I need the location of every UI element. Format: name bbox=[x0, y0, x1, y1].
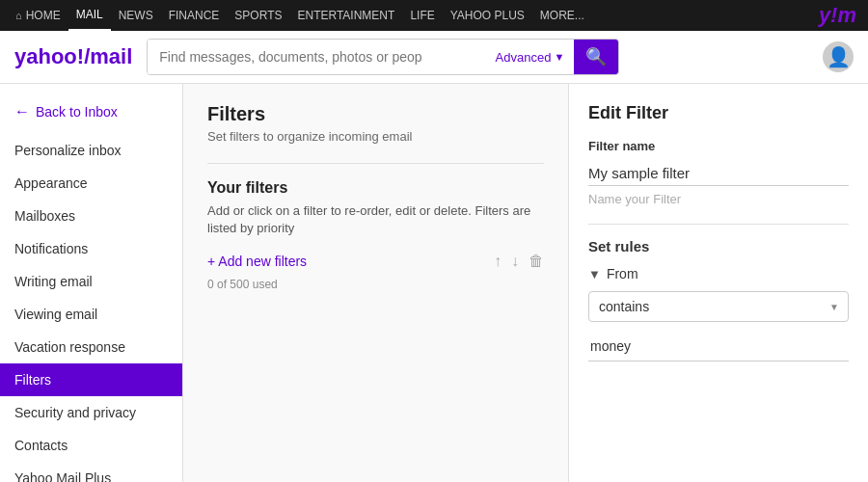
nav-home[interactable]: ⌂ HOME bbox=[8, 0, 68, 31]
filter-name-placeholder-text: Name your Filter bbox=[588, 192, 849, 206]
filter-name-label: Filter name bbox=[588, 139, 849, 153]
nav-life[interactable]: LIFE bbox=[402, 0, 442, 31]
from-rule-label: From bbox=[607, 266, 638, 281]
nav-more[interactable]: MORE... bbox=[532, 0, 592, 31]
back-to-inbox[interactable]: ← Back to Inbox bbox=[0, 95, 182, 134]
search-container: Advanced ▼ 🔍 bbox=[147, 39, 619, 75]
sidebar-item-filters[interactable]: Filters bbox=[0, 363, 182, 396]
page-title: Filters bbox=[207, 103, 544, 125]
home-icon: ⌂ bbox=[15, 10, 22, 21]
back-arrow-icon: ← bbox=[14, 103, 30, 120]
sidebar-item-plus[interactable]: Yahoo Mail Plus bbox=[0, 462, 182, 482]
move-up-icon[interactable]: ↑ bbox=[494, 253, 502, 270]
contains-select[interactable]: contains does not contain is is not bbox=[588, 291, 849, 322]
sidebar-item-appearance[interactable]: Appearance bbox=[0, 167, 182, 200]
search-icon: 🔍 bbox=[585, 46, 607, 67]
divider-rules bbox=[588, 224, 849, 225]
advanced-toggle[interactable]: Advanced ▼ bbox=[486, 50, 575, 65]
advanced-label: Advanced bbox=[496, 50, 552, 65]
delete-icon[interactable]: 🗑 bbox=[529, 253, 544, 270]
avatar[interactable]: 👤 bbox=[823, 41, 854, 72]
sidebar-item-viewing[interactable]: Viewing email bbox=[0, 298, 182, 331]
sidebar-item-notifications[interactable]: Notifications bbox=[0, 232, 182, 265]
filter-actions: ↑ ↓ 🗑 bbox=[494, 253, 544, 270]
nav-yahoo-plus[interactable]: YAHOO PLUS bbox=[443, 0, 532, 31]
nav-mail[interactable]: MAIL bbox=[68, 0, 111, 31]
logo-mail: mail bbox=[90, 44, 132, 68]
top-nav: ⌂ HOME MAIL NEWS FINANCE SPORTS ENTERTAI… bbox=[0, 0, 868, 31]
rule-value-input[interactable] bbox=[588, 332, 849, 362]
contains-select-wrapper: contains does not contain is is not ▼ bbox=[588, 291, 849, 322]
logo-yahoo: yahoo! bbox=[14, 44, 84, 68]
set-rules-label: Set rules bbox=[588, 238, 849, 254]
your-filters-desc: Add or click on a filter to re-order, ed… bbox=[207, 202, 544, 237]
page-subtitle: Set filters to organize incoming email bbox=[207, 129, 544, 144]
nav-entertainment[interactable]: ENTERTAINMENT bbox=[289, 0, 402, 31]
filters-used: 0 of 500 used bbox=[207, 278, 544, 291]
from-rule-row: ▼ From bbox=[588, 266, 849, 281]
search-row: yahoo!/mail Advanced ▼ 🔍 👤 bbox=[0, 31, 868, 84]
sidebar-item-security[interactable]: Security and privacy bbox=[0, 396, 182, 429]
advanced-chevron-icon: ▼ bbox=[554, 51, 564, 63]
nav-sports[interactable]: SPORTS bbox=[227, 0, 289, 31]
divider bbox=[207, 163, 544, 164]
your-filters-title: Your filters bbox=[207, 179, 544, 197]
search-button[interactable]: 🔍 bbox=[574, 39, 618, 75]
user-icon: 👤 bbox=[827, 45, 851, 68]
sidebar-item-mailboxes[interactable]: Mailboxes bbox=[0, 200, 182, 232]
sidebar: ← Back to Inbox Personalize inbox Appear… bbox=[0, 84, 183, 482]
rule-value-row bbox=[588, 332, 849, 362]
search-input[interactable] bbox=[148, 40, 485, 74]
nav-finance[interactable]: FINANCE bbox=[161, 0, 228, 31]
filters-toolbar: + Add new filters ↑ ↓ 🗑 bbox=[207, 253, 544, 270]
add-filter-button[interactable]: + Add new filters bbox=[207, 254, 307, 269]
site-logo: yahoo!/mail bbox=[14, 44, 132, 69]
filter-name-input[interactable] bbox=[588, 161, 849, 186]
sidebar-item-contacts[interactable]: Contacts bbox=[0, 429, 182, 462]
back-to-inbox-label: Back to Inbox bbox=[36, 104, 118, 120]
content-area: Filters Set filters to organize incoming… bbox=[183, 84, 569, 482]
edit-panel-title: Edit Filter bbox=[588, 103, 849, 123]
yahoo-logo: y!m bbox=[819, 3, 860, 28]
add-filter-label: + Add new filters bbox=[207, 254, 307, 269]
filter-name-section: Filter name Name your Filter bbox=[588, 139, 849, 206]
sidebar-item-personalize[interactable]: Personalize inbox bbox=[0, 134, 182, 167]
sidebar-item-writing[interactable]: Writing email bbox=[0, 265, 182, 298]
edit-panel: Edit Filter Filter name Name your Filter… bbox=[569, 84, 868, 482]
sidebar-item-vacation[interactable]: Vacation response bbox=[0, 331, 182, 363]
main-layout: ← Back to Inbox Personalize inbox Appear… bbox=[0, 84, 868, 482]
nav-news[interactable]: NEWS bbox=[111, 0, 161, 31]
chevron-down-icon: ▼ bbox=[588, 267, 601, 281]
move-down-icon[interactable]: ↓ bbox=[511, 253, 519, 270]
